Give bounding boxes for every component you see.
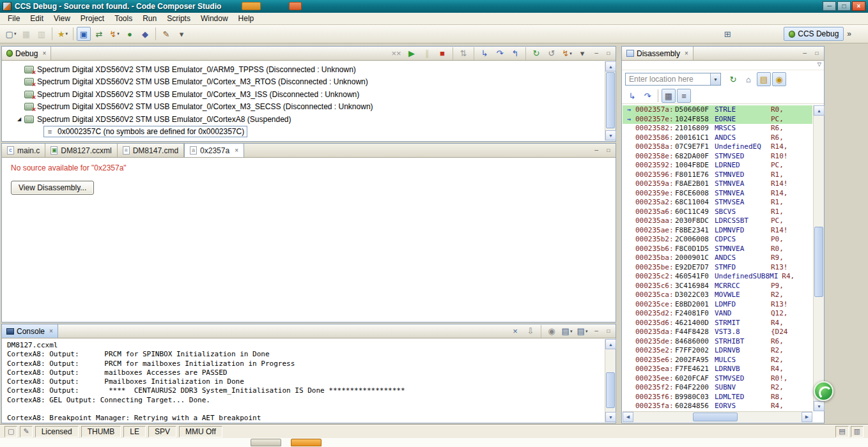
menu-view[interactable]: View	[49, 13, 75, 24]
print-status-cell[interactable]: ▤	[835, 426, 848, 437]
disassembly-row[interactable]: 000235ae:F8BE2341LDMNVFDR14!	[623, 226, 812, 236]
location-combo[interactable]: Enter location here ▼	[625, 73, 721, 86]
disassembly-row[interactable]: 000235ca:D3022C03MOVWLER2,	[623, 291, 812, 300]
disassembly-row[interactable]: 0002359e:F8CE6008STMNVEAR14,	[623, 189, 812, 199]
restart-button[interactable]: ↻	[529, 47, 543, 61]
disassembly-row[interactable]: 000235ee:6020FCAFSTMVSEDR0!,	[623, 374, 812, 384]
maximize-window-button[interactable]: □	[837, 1, 851, 11]
disassembly-row[interactable]: 000235de:84686000STRHIBTR6,	[623, 337, 812, 347]
debug-scrollbar[interactable]: ▲ ▼	[605, 61, 616, 140]
debug-tree-item[interactable]: Spectrum Digital XDS560V2 STM USB Emulat…	[3, 63, 604, 76]
disassembly-row[interactable]: 000235ce:E8BD2001LDMFDR13!	[623, 300, 812, 310]
show-addresses-button[interactable]: ≡	[677, 89, 691, 103]
view-disassembly-button[interactable]: View Disassembly...	[11, 181, 94, 195]
scroll-up-icon[interactable]: ▲	[605, 339, 616, 349]
disassembly-row[interactable]: 000235b2:2C006008CDPCSP0,	[623, 235, 812, 245]
scroll-down-icon[interactable]: ▼	[605, 130, 616, 140]
editor-tab-dm8127-ccxml[interactable]: ▣DM8127.ccxml	[45, 144, 117, 157]
open-perspective-button[interactable]: ⊞	[720, 27, 734, 41]
remove-terminated-button[interactable]: ××	[389, 47, 403, 61]
disassembly-row[interactable]: 000235aa:2030F8DCLDRCSSBTPC,	[623, 216, 812, 226]
disassembly-row[interactable]: 00023582:21016809MRSCSR6,	[623, 124, 812, 133]
menu-file[interactable]: File	[3, 13, 25, 24]
flash-actions-button[interactable]: ↯▾	[560, 47, 574, 61]
navigate-button[interactable]: ↻	[726, 72, 740, 86]
debug-more-button[interactable]: ▾	[575, 47, 589, 61]
disassembly-row[interactable]: 000235ea:F7FE4621LDRNVBR4,	[623, 365, 812, 374]
debug-launch-button[interactable]: ●	[123, 27, 137, 41]
perspective-ccs-debug-button[interactable]: CCS Debug	[784, 27, 844, 41]
disassembly-row[interactable]: 000235da:F44F8428VST3.8{D24	[623, 328, 812, 337]
menu-tools[interactable]: Tools	[109, 13, 137, 24]
disassembly-row[interactable]: ⇒0002357e:1024F858EORNEPC,	[623, 115, 812, 125]
step-over-button[interactable]: ↷	[493, 47, 507, 61]
show-opcodes-button[interactable]: ▦	[662, 89, 676, 103]
scroll-left-icon[interactable]: ◀	[623, 412, 633, 422]
title-bar[interactable]: CCS Debug - Source not found. - Code Com…	[0, 0, 868, 13]
combo-dropdown-icon[interactable]: ▼	[710, 73, 720, 85]
disassembly-row[interactable]: 000235a6:60C11C49SBCVSR1,	[623, 208, 812, 217]
close-window-button[interactable]: ×	[852, 1, 865, 11]
pin-console-button[interactable]: ◉	[545, 324, 559, 338]
more-toolbar-button[interactable]: ▾	[174, 27, 189, 41]
asm-step-into-button[interactable]: ↳	[625, 89, 639, 103]
disassembly-row[interactable]: 000235e6:2002FA95MULCSR2,	[623, 356, 812, 365]
disassembly-row[interactable]: 00023592:1004F8DELDRNEDPC,	[623, 161, 812, 170]
scroll-down-icon[interactable]: ▼	[605, 412, 616, 422]
floating-overlay-badge[interactable]	[814, 381, 833, 401]
editor-state-cell[interactable]: ▢	[4, 426, 17, 437]
maximize-view-button[interactable]: □	[811, 49, 823, 59]
menu-edit[interactable]: Edit	[25, 13, 49, 24]
scroll-up-icon[interactable]: ▲	[605, 61, 616, 72]
step-into-button[interactable]: ↳	[477, 47, 492, 61]
home-button[interactable]: ⌂	[741, 72, 756, 86]
maximize-view-button[interactable]: □	[603, 146, 614, 156]
resume-button[interactable]: ▶	[405, 47, 419, 61]
view-menu-button[interactable]: ▽	[818, 61, 821, 67]
trace-button[interactable]: ✎	[159, 27, 173, 41]
disassembly-row[interactable]: 000235d2:F24081F0VANDQ12,	[623, 309, 812, 319]
minimize-view-button[interactable]: ─	[591, 326, 602, 337]
disassembly-row[interactable]: 000235f6:B9980C03LDMLTEDR8,	[623, 393, 812, 402]
scrollbar-thumb[interactable]	[693, 413, 738, 421]
location-input[interactable]: Enter location here	[626, 75, 710, 84]
debug-tree-item[interactable]: Spectrum Digital XDS560V2 STM USB Emulat…	[3, 76, 604, 89]
console-scrollbar[interactable]: ▲ ▼	[605, 339, 616, 422]
tab-debug[interactable]: Debug ×	[2, 47, 51, 60]
disassembly-row[interactable]: 0002358a:07C9E7F1UndefinedEQR14,	[623, 142, 812, 152]
tab-disassembly[interactable]: Disassembly ×	[622, 47, 694, 60]
flash-button[interactable]: ↯▾	[107, 27, 121, 41]
connect-target-button[interactable]: ⇄	[92, 27, 106, 41]
disassembly-row[interactable]: 000235d6:4621400DSTRMITR4,	[623, 319, 812, 328]
disassembly-row[interactable]: 00023586:200161C1ANDCSR6,	[623, 133, 812, 143]
disassembly-row[interactable]: 000235fa:60284856EORVSR4,	[623, 402, 812, 411]
disassembly-row[interactable]: 0002359a:F8AE2B01STMNVEAR14!	[623, 179, 812, 189]
minimize-window-button[interactable]: ─	[823, 1, 836, 11]
close-icon[interactable]: ×	[235, 147, 238, 154]
disassembly-row[interactable]: 000235c6:3C416984MCRRCCP9,	[623, 282, 812, 291]
tab-console[interactable]: Console ×	[2, 324, 58, 338]
debug-tree-item[interactable]: ◢Spectrum Digital XDS560V2 STM USB Emula…	[3, 113, 604, 126]
disassembly-row[interactable]: ⇒0002357a:D506060FSTRLER0,	[623, 105, 812, 115]
open-console-button[interactable]: ▤▾	[575, 324, 589, 338]
menu-window[interactable]: Window	[196, 13, 233, 24]
refresh-button[interactable]: ↺	[545, 47, 559, 61]
display-console-button[interactable]: ▤▾	[560, 324, 574, 338]
maximize-view-button[interactable]: □	[603, 326, 614, 337]
scrollbar-thumb[interactable]	[606, 372, 615, 408]
disconnect-button[interactable]: ⇅	[456, 47, 470, 61]
lock-pc-button[interactable]: ◉	[772, 72, 786, 86]
new-wizard-button[interactable]: ★▾	[56, 27, 70, 41]
clear-console-button[interactable]: ×	[508, 324, 522, 338]
minimize-view-button[interactable]: ─	[591, 146, 602, 156]
scroll-right-icon[interactable]: ▶	[802, 412, 812, 422]
disassembly-row[interactable]: 000235b6:F8C0D1D5STMNVEAR0,	[623, 245, 812, 254]
editor-tab-main-c[interactable]: cmain.c	[2, 144, 45, 157]
asm-step-over-button[interactable]: ↷	[640, 89, 655, 103]
taskbar-item-fragment[interactable]	[291, 439, 322, 446]
breakpoint-button[interactable]: ◆	[138, 27, 152, 41]
scrollbar-thumb[interactable]	[606, 72, 615, 128]
menu-project[interactable]: Project	[75, 13, 109, 24]
close-icon[interactable]: ×	[685, 50, 688, 57]
scrollbar-thumb[interactable]	[814, 227, 823, 297]
